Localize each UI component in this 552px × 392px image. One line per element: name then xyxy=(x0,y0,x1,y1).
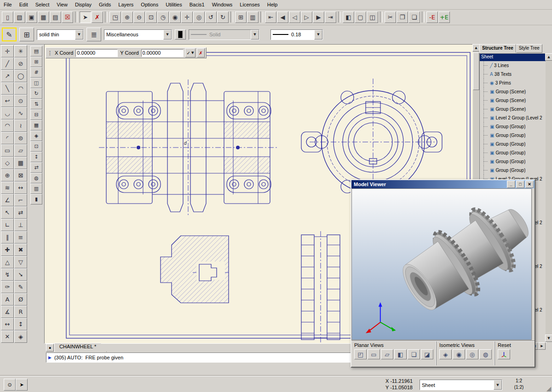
dim-vertical-tool-icon[interactable]: ↕ xyxy=(14,318,27,330)
spline-tool-icon[interactable]: ∿ xyxy=(14,107,27,119)
shading-icon[interactable]: ◧ xyxy=(343,11,354,23)
diamond-icon[interactable]: ◈ xyxy=(30,131,42,141)
sheet-list-icon[interactable]: ▥ xyxy=(247,11,259,23)
view-front-icon[interactable]: ▭ xyxy=(368,349,380,359)
save-icon[interactable]: ▣ xyxy=(26,11,37,23)
zoom-selection-icon[interactable]: ◎ xyxy=(193,11,205,23)
open-icon[interactable]: ▧ xyxy=(14,11,25,23)
last-sheet-icon[interactable]: ⇥ xyxy=(325,11,336,23)
viewport2-icon[interactable]: ◫ xyxy=(30,78,42,88)
radius-dim-tool-icon[interactable]: R xyxy=(14,306,27,318)
y-coord-input[interactable] xyxy=(141,49,184,57)
circle-tool-icon[interactable]: ◯ xyxy=(14,70,27,82)
perpendicular-tool-icon[interactable]: ∟ xyxy=(1,219,14,231)
menu-item[interactable]: Grids xyxy=(95,1,115,8)
multiline-tool-icon[interactable]: ≡ xyxy=(14,231,27,244)
dim-horizontal-tool-icon[interactable]: ↔ xyxy=(1,318,14,330)
redraw-timer-icon[interactable]: ◷ xyxy=(157,11,169,23)
cancel-icon[interactable]: ✗ xyxy=(92,11,103,23)
text-tool-icon[interactable]: A xyxy=(1,293,14,306)
scrollbar-thumb[interactable] xyxy=(473,52,479,90)
dual-view-icon[interactable]: ◫ xyxy=(367,11,378,23)
pen-color-button[interactable] xyxy=(175,29,186,40)
category-combo[interactable]: Miscellaneous ▼ xyxy=(104,29,172,40)
zoom-all-icon[interactable]: ◉ xyxy=(169,11,181,23)
chevron-down-icon[interactable]: ▼ xyxy=(75,30,83,40)
tree-item[interactable]: ▣ Group (Group) xyxy=(480,166,546,175)
menu-item[interactable]: Edit xyxy=(16,1,32,8)
drop-perpendicular-tool-icon[interactable]: ⊥ xyxy=(14,219,27,231)
scroll-right-icon[interactable]: ▶ xyxy=(538,342,546,350)
horizontal-icon[interactable]: ⇄ xyxy=(30,162,42,173)
draw-mode-button[interactable]: ✎ xyxy=(2,28,17,41)
menu-item[interactable]: Layers xyxy=(115,1,137,8)
tree-vertical-scrollbar[interactable]: ▲ ▼ xyxy=(546,53,552,342)
sheet-tab[interactable]: CHAINWHEEL * xyxy=(54,343,107,352)
fillet-tool-icon[interactable]: ↩ xyxy=(1,95,14,107)
sheet-selector[interactable]: Sheet ▼ xyxy=(420,380,502,390)
model-viewer-titlebar[interactable]: Model Viewer _ □ ✕ xyxy=(351,180,535,188)
accept-coord-button[interactable]: ✓▼ xyxy=(185,48,196,57)
sort-icon[interactable]: ⇅ xyxy=(30,99,42,109)
maximize-button[interactable]: □ xyxy=(516,181,524,188)
view-top-icon[interactable]: ◰ xyxy=(354,349,367,359)
symbol-tool-icon[interactable]: ◈ xyxy=(14,330,27,343)
tree-item[interactable]: ▣ Level 2 Group (Level 2 xyxy=(480,114,546,122)
annotate-tool-icon[interactable]: ✑ xyxy=(1,281,14,293)
hatch-tool-icon[interactable]: ▦ xyxy=(14,157,27,169)
hint-button[interactable]: ⊙ xyxy=(4,379,16,391)
select-mode-button[interactable]: ➤ xyxy=(16,379,28,391)
arc-lower-tool-icon[interactable]: ◡ xyxy=(1,107,14,119)
curve-tool-icon[interactable]: ≀ xyxy=(14,119,27,132)
menu-item[interactable]: Licenses xyxy=(236,1,263,8)
scroll-up-icon[interactable]: ▲ xyxy=(472,44,480,51)
menu-item[interactable]: Options xyxy=(137,1,162,8)
center-circle-tool-icon[interactable]: ⊙ xyxy=(14,95,27,107)
erase-tool-icon[interactable]: ✕ xyxy=(1,330,14,343)
menu-item[interactable]: Utilities xyxy=(162,1,185,8)
rotate-icon[interactable]: ↻ xyxy=(30,88,42,99)
undo-view-icon[interactable]: ↺ xyxy=(205,11,217,23)
break-tool-icon[interactable]: ↯ xyxy=(1,268,14,281)
triangle-tool-icon[interactable]: △ xyxy=(1,256,14,268)
prev-icon[interactable]: ◁ xyxy=(289,11,300,23)
reset-view-button[interactable] xyxy=(498,349,510,359)
line-tool-icon[interactable]: ╱ xyxy=(1,57,14,70)
view-corner-icon[interactable]: ◪ xyxy=(421,349,433,359)
insert-frame-icon[interactable]: ⊞ xyxy=(30,57,42,67)
chevron-down-icon[interactable]: ▼ xyxy=(494,380,502,390)
tree-item[interactable]: ▣ Group (Group) xyxy=(480,157,546,166)
arc-tool-icon[interactable]: ◠ xyxy=(14,82,27,95)
pen-style-button[interactable]: ≣ xyxy=(86,28,101,41)
corner-tool-icon[interactable]: ⌐ xyxy=(14,194,27,206)
arc-3pt-tool-icon[interactable]: ◠ xyxy=(1,119,14,132)
menu-item[interactable]: Windows xyxy=(208,1,236,8)
scroll-up-icon[interactable]: ▲ xyxy=(545,53,552,61)
diameter-tool-icon[interactable]: Ø xyxy=(14,293,27,306)
save-as-icon[interactable]: ▦ xyxy=(38,11,49,23)
line-width-combo[interactable]: 0.18 ▼ xyxy=(270,29,323,40)
tree-item[interactable]: ▣ Group (Scene) xyxy=(480,87,546,96)
new-sheet-icon[interactable]: ⊞ xyxy=(235,11,247,23)
model-viewer-window[interactable]: Model Viewer _ □ ✕ xyxy=(351,179,535,368)
disc-icon[interactable]: ◍ xyxy=(30,173,42,183)
copy-icon[interactable]: ❐ xyxy=(397,11,408,23)
polygon-tool-icon[interactable]: ◇ xyxy=(1,157,14,169)
close-drawing-icon[interactable]: ☒ xyxy=(62,11,73,23)
swap-tool-icon[interactable]: ⇄ xyxy=(14,206,27,219)
menu-item[interactable]: Bacis1 xyxy=(186,1,208,8)
zoom-out-icon[interactable]: ⊖ xyxy=(133,11,145,23)
paste-icon[interactable]: ❏ xyxy=(408,11,420,23)
viewport-icon[interactable]: ▢ xyxy=(355,11,366,23)
close-button[interactable]: ✕ xyxy=(525,181,534,188)
hash-grid-icon[interactable]: # xyxy=(30,67,42,78)
next-fast-icon[interactable]: ▶ xyxy=(313,11,324,23)
tab-list-button[interactable]: ▪ xyxy=(46,344,54,352)
table-icon[interactable]: ▦ xyxy=(30,120,42,131)
edit-tool-icon[interactable]: ✎ xyxy=(14,281,27,293)
iso-view-sw-icon[interactable]: ◍ xyxy=(479,349,492,359)
select-tool-icon[interactable]: ↖ xyxy=(1,206,14,219)
tree-item[interactable]: ▣ Group (Scene) xyxy=(480,96,546,105)
minimize-button[interactable]: _ xyxy=(507,181,515,188)
cs-remove-icon[interactable]: -E xyxy=(426,11,438,23)
